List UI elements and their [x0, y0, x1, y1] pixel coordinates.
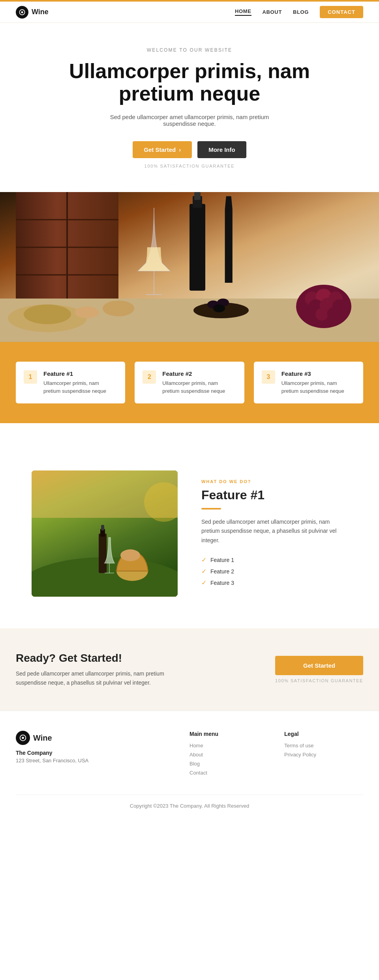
nav-link-home[interactable]: HOME — [235, 8, 251, 16]
svg-point-1 — [21, 11, 23, 13]
svg-point-28 — [24, 304, 71, 324]
what-list-item-3: ✓ Feature 3 — [201, 577, 347, 588]
nav-link-blog[interactable]: BLOG — [293, 9, 309, 15]
feature-card-2: 2 Feature #2 Ullamcorper primis, nam pre… — [135, 362, 244, 403]
navbar: Wine HOME ABOUT BLOG CONTACT — [0, 0, 379, 23]
nav-links: HOME ABOUT BLOG CONTACT — [235, 6, 363, 18]
nav-logo[interactable]: Wine — [16, 6, 49, 19]
footer-link-terms[interactable]: Terms of use — [284, 743, 363, 749]
footer-address: 123 Street, San Francisco, USA — [16, 758, 174, 763]
svg-point-43 — [22, 737, 24, 739]
features-grid: 1 Feature #1 Ullamcorper primis, nam pre… — [16, 362, 363, 403]
feature-card-content-3: Feature #3 Ullamcorper primis, nam preti… — [281, 370, 355, 395]
footer-logo-text: Wine — [33, 734, 52, 743]
what-label: WHAT DO WE DO? — [201, 479, 347, 484]
footer-link-blog[interactable]: Blog — [190, 761, 268, 767]
footer-link-home[interactable]: Home — [190, 743, 268, 749]
what-section: WHAT DO WE DO? Feature #1 Sed pede ullam… — [16, 470, 363, 628]
feature-desc-3: Ullamcorper primis, nam pretium suspendi… — [281, 379, 355, 395]
footer-legal-menu: Legal Terms of use Privacy Policy — [284, 731, 363, 779]
footer-inner: Wine The Company 123 Street, San Francis… — [16, 731, 363, 809]
feature-num-3: 3 — [262, 370, 275, 384]
footer-logo-icon — [16, 731, 30, 745]
footer-top: Wine The Company 123 Street, San Francis… — [16, 731, 363, 779]
logo-text: Wine — [32, 8, 49, 16]
feature-card-1: 1 Feature #1 Ullamcorper primis, nam pre… — [16, 362, 125, 403]
footer-link-contact[interactable]: Contact — [190, 770, 268, 776]
feature-desc-2: Ullamcorper primis, nam pretium suspendi… — [162, 379, 236, 395]
footer-legal-title: Legal — [284, 731, 363, 737]
what-image — [32, 470, 178, 597]
cta-section: Ready? Get Started! Sed pede ullamcorper… — [0, 628, 379, 711]
nav-contact-button[interactable]: CONTACT — [320, 6, 363, 18]
more-info-button[interactable]: More Info — [197, 141, 246, 158]
footer-company-name: The Company — [16, 750, 174, 756]
svg-rect-11 — [194, 192, 201, 200]
footer-brand: Wine The Company 123 Street, San Francis… — [16, 731, 174, 779]
footer-link-about[interactable]: About — [190, 752, 268, 758]
feature-card-3: 3 Feature #3 Ullamcorper primis, nam pre… — [254, 362, 363, 403]
arrow-icon: › — [179, 146, 181, 153]
svg-point-40 — [120, 549, 140, 561]
svg-point-22 — [327, 307, 340, 320]
footer-link-privacy[interactable]: Privacy Policy — [284, 752, 363, 758]
footer: Wine The Company 123 Street, San Francis… — [0, 711, 379, 821]
svg-point-30 — [75, 306, 99, 318]
nav-link-about[interactable]: ABOUT — [263, 9, 282, 15]
footer-main-menu-title: Main menu — [190, 731, 268, 737]
cta-guarantee: 100% SATISFACTION GUARANTEE — [275, 678, 363, 683]
feature-title-1: Feature #1 — [43, 370, 117, 377]
hero-image — [0, 192, 379, 342]
cta-inner: Ready? Get Started! Sed pede ullamcorper… — [16, 652, 363, 687]
hero-buttons: Get Started › More Info — [0, 141, 379, 158]
hero-title: Ullamcorper primis, nam pretium neque — [67, 60, 312, 105]
feature-num-1: 1 — [24, 370, 37, 384]
feature-num-2: 2 — [143, 370, 156, 384]
feature-desc-1: Ullamcorper primis, nam pretium suspendi… — [43, 379, 117, 395]
footer-logo: Wine — [16, 731, 174, 745]
svg-point-29 — [103, 301, 134, 316]
what-title: Feature #1 — [201, 488, 347, 502]
svg-point-21 — [315, 308, 328, 321]
features-band: 1 Feature #1 Ullamcorper primis, nam pre… — [0, 342, 379, 423]
logo-icon — [16, 6, 28, 19]
footer-main-menu: Main menu Home About Blog Contact — [190, 731, 268, 779]
cta-text: Ready? Get Started! Sed pede ullamcorper… — [16, 652, 166, 687]
feature-title-2: Feature #2 — [162, 370, 236, 377]
what-divider — [201, 508, 221, 510]
cta-right: Get Started 100% SATISFACTION GUARANTEE — [275, 656, 363, 683]
check-icon-1: ✓ — [201, 556, 206, 564]
feature-card-content-1: Feature #1 Ullamcorper primis, nam preti… — [43, 370, 117, 395]
hero-section: WELCOME TO OUR WEBSITE Ullamcorper primi… — [0, 0, 379, 192]
feature-card-content-2: Feature #2 Ullamcorper primis, nam preti… — [162, 370, 236, 395]
hero-guarantee: 100% SATISFACTION GUARANTEE — [0, 164, 379, 168]
cta-get-started-button[interactable]: Get Started — [275, 656, 363, 675]
cta-title: Ready? Get Started! — [16, 652, 166, 665]
what-list-item-1: ✓ Feature 1 — [201, 554, 347, 566]
hero-subtitle: Sed pede ullamcorper amet ullamcorper pr… — [103, 114, 276, 127]
svg-point-26 — [213, 304, 225, 312]
what-content: WHAT DO WE DO? Feature #1 Sed pede ullam… — [201, 479, 347, 588]
what-list: ✓ Feature 1 ✓ Feature 2 ✓ Feature 3 — [201, 554, 347, 588]
feature-title-3: Feature #3 — [281, 370, 355, 377]
hero-image-bg — [0, 192, 379, 342]
hero-welcome: WELCOME TO OUR WEBSITE — [0, 47, 379, 53]
what-desc: Sed pede ullamcorper amet ullamcorper pr… — [201, 517, 347, 545]
get-started-button[interactable]: Get Started › — [133, 141, 192, 158]
check-icon-3: ✓ — [201, 579, 206, 586]
svg-rect-9 — [190, 204, 205, 291]
cta-desc: Sed pede ullamcorper amet ullamcorper pr… — [16, 669, 166, 687]
check-icon-2: ✓ — [201, 567, 206, 575]
svg-rect-36 — [101, 525, 104, 530]
what-list-item-2: ✓ Feature 2 — [201, 566, 347, 577]
footer-copyright: Copyright ©2023 The Company. All Rights … — [16, 795, 363, 809]
svg-rect-34 — [99, 534, 107, 573]
